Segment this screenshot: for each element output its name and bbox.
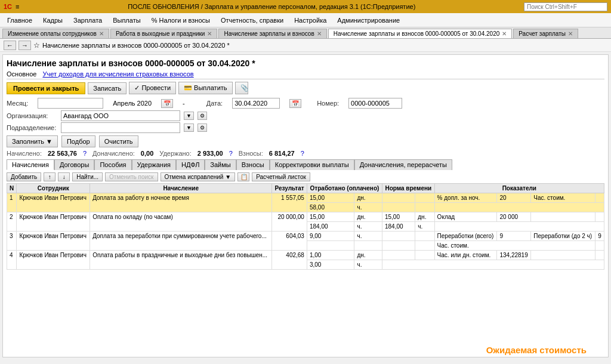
cell-ind1: Оклад [434,212,497,222]
title-bar-title: ПОСЛЕ ОБНОВЛЕНИЯ / Зарплата и управление… [19,3,524,10]
cell-accrual: Доплата за переработки при суммированном… [90,232,272,251]
number-input[interactable] [348,98,402,109]
clip-button[interactable]: 📎 [235,82,248,94]
tab-2[interactable]: Начисление зарплаты и взносов ✕ [218,29,326,38]
doc-tab-contracts[interactable]: Договоры [54,159,94,170]
post-button[interactable]: ✓ Провести [129,82,176,94]
cell-worked1: 1,00 [307,251,354,260]
tab-3[interactable]: Начисление зарплаты и взносов 0000-00000… [328,29,513,39]
cell-ind4: 9 [595,232,604,241]
table-row[interactable]: 1 Крючков Иван Петрович Доплата за работ… [7,193,604,203]
back-button[interactable]: ← [4,41,16,50]
table-row[interactable]: 3 Крючков Иван Петрович Доплата за перер… [7,232,604,241]
cell-result: 604,03 [272,232,307,251]
menu-main[interactable]: Главное [2,16,37,25]
find-button[interactable]: Найти... [72,172,103,181]
doc-tab-contributions[interactable]: Взносы [236,159,270,170]
search-input[interactable] [524,2,607,11]
select-button[interactable]: Подбор [61,135,95,147]
menu-payments[interactable]: Выплаты [108,16,145,25]
doc-tab-ndfl[interactable]: НДФЛ [176,159,205,170]
contributions-question[interactable]: ? [301,150,304,157]
clear-button[interactable]: Очистить [99,135,138,147]
menu-reports[interactable]: Отчетность, справки [216,16,288,25]
date-calendar-button[interactable]: 📅 [289,99,301,108]
cell-worked1-unit: дн. [354,212,382,222]
accruals-table: N Сотрудник Начисление Результат Отработ… [7,183,604,270]
pay-icon: 💳 [184,84,192,91]
date-input[interactable] [232,98,280,109]
cell-worked1-unit: дн. [354,193,382,203]
tab-close-1[interactable]: ✕ [207,30,212,37]
cell-ind3: Час. стоим. [531,193,595,203]
charged-question[interactable]: ? [83,150,87,157]
save-button[interactable]: Записать [88,82,126,94]
doc-tab-benefits[interactable]: Пособия [94,159,131,170]
month-calendar-button[interactable]: 📅 [161,99,173,108]
table-row[interactable]: 4 Крючков Иван Петрович Оплата работы в … [7,251,604,260]
menu-hr[interactable]: Кадры [38,16,67,25]
menu-admin[interactable]: Администрирование [332,16,405,25]
table-row[interactable]: 2 Крючков Иван Петрович Оплата по окладу… [7,212,604,222]
cell-worked1: 15,00 [307,193,354,203]
doc-tab-corrections[interactable]: Корректировки выплаты [270,159,354,170]
col-employee: Сотрудник [17,184,90,193]
doc-tab-loans[interactable]: Займы [205,159,236,170]
org-input[interactable] [61,110,180,121]
cell-ind2: 20 [497,193,531,203]
tab-close-3[interactable]: ✕ [502,30,507,37]
dept-input[interactable] [61,122,180,133]
add-row-button[interactable]: Добавить [7,172,41,181]
cell-ind3: Переработки (до 2 ч) [531,232,595,241]
cell-ind4 [595,212,604,222]
org-dropdown-button[interactable]: ▼ [184,112,194,120]
calc-slip-button[interactable]: Расчетный листок [252,172,310,181]
cell-worked2 [307,241,354,251]
post-close-button[interactable]: Провести и закрыть [7,82,85,94]
main-tab-label[interactable]: Основное [7,70,36,78]
tab-4[interactable]: Расчет зарплаты ✕ [513,29,578,38]
date-label: Дата: [206,100,223,107]
number-label: Номер: [317,100,339,107]
month-input[interactable] [38,98,103,109]
pay-button[interactable]: 💳 Выплатить [178,82,233,94]
cell-employee: Крючков Иван Петрович [17,212,90,232]
corrections-button[interactable]: Отмена исправлений ▼ [161,172,236,181]
tab-1[interactable]: Работа в выходные и праздники ✕ [110,29,218,38]
org-label: Организация: [7,112,57,119]
menu-salary[interactable]: Зарплата [69,16,107,25]
doc-tab-deductions[interactable]: Удержания [132,159,176,170]
tab-close-2[interactable]: ✕ [317,30,322,37]
dept-detail-button[interactable]: ⚙ [198,124,207,132]
move-down-button[interactable]: ↓ [58,172,70,181]
menu-settings[interactable]: Настройка [289,16,331,25]
forward-button[interactable]: → [18,41,31,50]
tab-0[interactable]: Изменение оплаты сотрудников ✕ [2,29,109,38]
move-up-button[interactable]: ↑ [44,172,55,181]
cell-employee: Крючков Иван Петрович [17,193,90,212]
summary-row: Начислено: 22 563,76 ? Доначислено: 0,00… [7,150,604,157]
tab-close-4[interactable]: ✕ [568,30,573,37]
income-tab-link[interactable]: Учет доходов для исчисления страховых вз… [42,70,193,78]
fill-button[interactable]: Заполнить ▼ [7,135,58,147]
cell-employee: Крючков Иван Петрович [17,232,90,251]
doc-tab-accruals[interactable]: Начисления [7,159,54,170]
cell-ind4 [595,193,604,203]
tab-close-0[interactable]: ✕ [99,30,104,37]
menu-taxes[interactable]: % Налоги и взносы [147,16,215,25]
cell-worked1: 9,00 [307,232,354,241]
cell-worked2: 58,00 [307,203,354,212]
withheld-question[interactable]: ? [229,150,233,157]
table-icon-button[interactable]: 📋 [237,172,249,181]
cancel-search-button[interactable]: Отменить поиск [105,172,158,181]
cell-norm1 [382,232,415,241]
form-row-actions: Заполнить ▼ Подбор Очистить [7,135,604,147]
org-detail-button[interactable]: ⚙ [198,112,207,120]
favorite-icon[interactable]: ☆ [33,41,40,50]
doc-tab-additional[interactable]: Доначисления, перерасчеты [354,159,452,170]
dept-dropdown-button[interactable]: ▼ [184,124,194,132]
cell-ind2: 134,22819 [497,251,531,260]
cell-norm1-unit [415,232,434,241]
cell-norm2-unit [415,241,434,251]
page-title: Начисление зарплаты и взносов 0000-00000… [7,58,604,68]
